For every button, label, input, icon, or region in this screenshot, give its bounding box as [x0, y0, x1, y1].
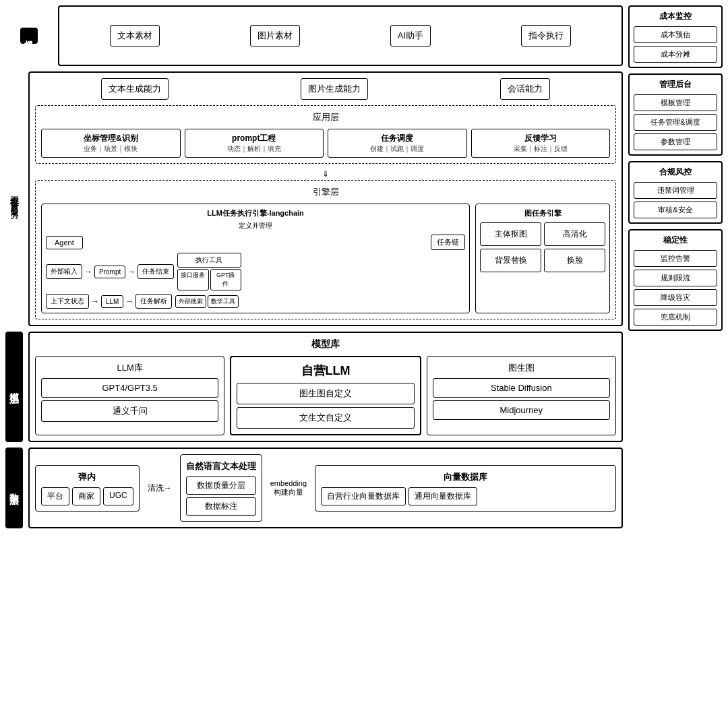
img-engine-item-2: 背景替换	[480, 249, 541, 272]
cost-monitor-title: 成本监控	[634, 11, 717, 22]
app-item-1: prompt工程 动态｜解析｜填充	[185, 129, 324, 158]
app-item-3-sub: 采集｜标注｜反馈	[477, 144, 605, 154]
scenario-item-2: AI助手	[390, 25, 431, 47]
engine-layer: 引擎层 LLM任务执行引擎-langchain 定义并管理 Agent 任务链	[35, 180, 616, 319]
app-item-2-main: 任务调度	[334, 133, 461, 144]
app-item-3: 反馈学习 采集｜标注｜反馈	[471, 129, 611, 158]
llm-lib: LLM库 GPT4/GPT3.5 通义千问	[35, 356, 224, 435]
vector-db: 向量数据库 自营行业向量数据库 通用向量数据库	[315, 465, 616, 512]
data-label: 数据层	[5, 448, 23, 528]
self-llm-title: 自营LLM	[237, 363, 414, 379]
self-llm: 自营LLM 图生图自定义 文生文自定义	[230, 356, 421, 435]
data-sources-title: 弹内	[41, 471, 133, 483]
capability-2: 会话能力	[500, 78, 550, 100]
img-engine-item-3: 换脸	[544, 249, 605, 272]
img-engine-item-1: 高清化	[544, 222, 605, 246]
core-section: 工程平台 核心能力 文本生成能力 图片生成能力 会话能力 应用层	[5, 71, 623, 326]
center-content: 场景应用 文本素材 图片素材 AI助手 指令执行 工程平台 核心能力	[5, 5, 623, 704]
cost-monitor-panel: 成本监控 成本预估 成本分摊	[628, 5, 723, 68]
math-tools-box: 数学工具	[208, 295, 239, 308]
admin-item-1: 任务管理&调度	[634, 114, 717, 131]
scenario-section: 场景应用 文本素材 图片素材 AI助手 指令执行	[5, 5, 623, 66]
self-llm-item-0: 图生图自定义	[237, 383, 414, 404]
img-gen-title: 图生图	[433, 362, 610, 374]
compliance-item-0: 违禁词管理	[634, 182, 717, 199]
llm-engine: LLM任务执行引擎-langchain 定义并管理 Agent 任务链	[41, 204, 470, 313]
arrow-2: →	[127, 267, 135, 276]
nlp-items: 数据质量分层 数据标注	[186, 476, 256, 516]
embedding-line1: embedding	[270, 479, 307, 487]
data-inner: 弹内 平台 商家 UGC 清洗 → 自然语言文本处理 数据质量分层	[28, 448, 623, 528]
vector-db-item-1: 通用向量数据库	[408, 487, 477, 505]
app-layer-title: 应用层	[41, 111, 610, 123]
app-item-0: 坐标管理&识别 业务｜场景｜模块	[41, 129, 181, 158]
cost-monitor-item-1: 成本分摊	[634, 46, 717, 63]
img-engine-title: 图任务引擎	[480, 208, 605, 218]
stability-item-0: 监控告警	[634, 250, 717, 267]
model-label: 模型层	[5, 332, 23, 442]
app-to-engine-arrow: ⇓	[35, 169, 616, 179]
embedding-line2: 构建向量	[274, 487, 303, 497]
app-item-1-sub: 动态｜解析｜填充	[191, 144, 318, 154]
app-item-0-main: 坐标管理&识别	[47, 133, 175, 144]
data-sources-items: 平台 商家 UGC	[41, 487, 133, 505]
scenario-items-box: 文本素材 图片素材 AI助手 指令执行	[58, 5, 623, 66]
app-layer: 应用层 坐标管理&识别 业务｜场景｜模块 prompt工程 动态｜解析｜填充 任…	[35, 105, 616, 164]
llm-lib-items: GPT4/GPT3.5 通义千问	[41, 378, 218, 422]
stability-item-3: 兜底机制	[634, 309, 717, 326]
stability-item-2: 降级容灾	[634, 289, 717, 306]
data-sources: 弹内 平台 商家 UGC	[35, 465, 140, 512]
main-container: 场景应用 文本素材 图片素材 AI助手 指令执行 工程平台 核心能力	[0, 0, 728, 709]
exec-tools-box: 执行工具	[177, 253, 241, 268]
data-source-0: 平台	[41, 487, 69, 505]
core-sublabel-text: 核心能力	[11, 197, 19, 208]
data-section: 数据层 弹内 平台 商家 UGC 清洗 →	[5, 448, 623, 528]
nlp-item-1: 数据标注	[186, 497, 256, 516]
app-item-2-sub: 创建｜试跑｜调度	[334, 144, 461, 154]
llm-lib-item-1: 通义千问	[41, 400, 218, 422]
img-gen: 图生图 Stable Diffusion Midjourney	[427, 356, 616, 435]
scenario-label: 场景应用	[20, 28, 38, 44]
cleaning-label: 清洗	[148, 483, 164, 494]
img-engine: 图任务引擎 主体抠图 高清化 背景替换 换脸	[475, 204, 610, 313]
app-layer-grid: 坐标管理&识别 业务｜场景｜模块 prompt工程 动态｜解析｜填充 任务调度 …	[41, 129, 610, 158]
cleaning-arrow-icon: →	[164, 483, 172, 493]
model-section: 模型层 模型库 LLM库 GPT4/GPT3.5 通义千问 自营LLM	[5, 332, 623, 442]
agent-box: Agent	[46, 236, 83, 249]
admin-item-2: 参数管理	[634, 133, 717, 150]
model-content: LLM库 GPT4/GPT3.5 通义千问 自营LLM 图生图自定义 文生文自定…	[35, 356, 616, 435]
vector-db-items: 自营行业向量数据库 通用向量数据库	[321, 487, 610, 505]
cleaning-arrow: 清洗 →	[145, 483, 175, 494]
data-source-1: 商家	[72, 487, 100, 505]
arrow-3: →	[91, 297, 99, 306]
arrow-1: →	[84, 267, 92, 276]
nlp-item-0: 数据质量分层	[186, 476, 256, 495]
capability-0: 文本生成能力	[101, 78, 169, 100]
app-item-2: 任务调度 创建｜试跑｜调度	[328, 129, 467, 158]
vector-db-item-0: 自营行业向量数据库	[321, 487, 406, 505]
admin-panel: 管理后台 模板管理 任务管理&调度 参数管理	[628, 73, 723, 156]
capability-1: 图片生成能力	[301, 78, 368, 100]
model-inner: 模型库 LLM库 GPT4/GPT3.5 通义千问 自营LLM	[28, 332, 623, 442]
engine-layer-title: 引擎层	[41, 186, 610, 198]
compliance-item-1: 审核&安全	[634, 202, 717, 218]
scenario-item-3: 指令执行	[521, 25, 571, 47]
stability-panel: 稳定性 监控告警 规则限流 降级容灾 兜底机制	[628, 229, 723, 331]
admin-panel-title: 管理后台	[634, 79, 717, 90]
img-engine-grid: 主体抠图 高清化 背景替换 换脸	[480, 222, 605, 272]
core-label-text: 工程平台	[9, 189, 20, 195]
task-chain-box: 任务链	[431, 235, 465, 250]
compliance-title: 合规风控	[634, 166, 717, 178]
task-end-box: 任务结束	[138, 264, 174, 279]
img-engine-item-0: 主体抠图	[480, 222, 541, 246]
scenario-item-0: 文本素材	[110, 25, 160, 47]
nlp-title: 自然语言文本处理	[186, 460, 256, 472]
llm-lib-item-0: GPT4/GPT3.5	[41, 378, 218, 398]
app-item-1-main: prompt工程	[191, 133, 318, 144]
admin-item-0: 模板管理	[634, 94, 717, 111]
img-gen-items: Stable Diffusion Midjourney	[433, 378, 610, 420]
task-analysis-box: 任务解析	[135, 294, 172, 309]
scenario-item-1: 图片素材	[250, 25, 300, 47]
img-gen-item-1: Midjourney	[433, 400, 610, 420]
stability-item-1: 规则限流	[634, 270, 717, 286]
